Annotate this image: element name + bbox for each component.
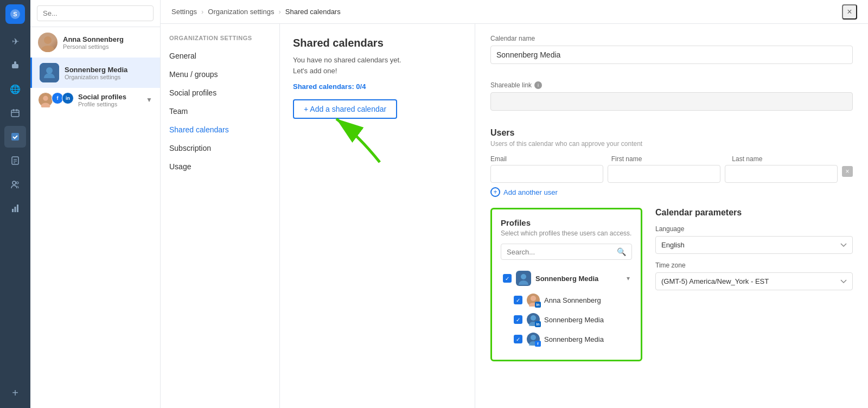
- profile-item-anna: ✓ in Anna Sonnenberg: [501, 290, 632, 310]
- svg-rect-4: [11, 110, 19, 117]
- bottom-section: Profiles Select which profiles these use…: [490, 208, 853, 372]
- avatar-anna: [38, 33, 58, 52]
- svg-point-25: [521, 274, 526, 279]
- add-user-icon: +: [490, 187, 500, 197]
- svg-point-23: [41, 103, 50, 107]
- svg-point-29: [531, 335, 536, 340]
- main-content: Settings › Organization settings › Share…: [161, 0, 868, 408]
- users-title: Users: [490, 128, 853, 138]
- breadcrumb-sep-1: ›: [201, 8, 203, 16]
- calendar-name-label: Calendar name: [490, 35, 853, 42]
- profiles-search: 🔍: [501, 244, 632, 260]
- globe-icon[interactable]: 🌐: [4, 78, 26, 100]
- last-name-label: Last name: [732, 155, 848, 163]
- svg-point-18: [44, 36, 52, 44]
- svg-point-14: [16, 182, 18, 184]
- profile-name-sm-fb: Sonnenberg Media: [544, 335, 630, 343]
- profile-checkbox-sm-li[interactable]: ✓: [514, 315, 522, 324]
- sidebar-item-team[interactable]: Team: [161, 102, 279, 120]
- calendar-name-input[interactable]: [490, 46, 853, 64]
- left-nav-search: [30, 0, 160, 27]
- profile-avatar-sm-fb: f: [527, 333, 540, 346]
- avatar-sonnenberg: [40, 63, 59, 82]
- add-icon[interactable]: +: [4, 382, 26, 404]
- search-icon: 🔍: [617, 247, 626, 256]
- group-checkbox[interactable]: ✓: [503, 274, 512, 283]
- add-user-label: Add another user: [503, 188, 558, 196]
- right-form-inner: Calendar name Shareable link i Users Use…: [490, 35, 853, 372]
- profile-badge-sm-fb: f: [535, 341, 541, 347]
- svg-point-26: [531, 296, 536, 301]
- profiles-search-input[interactable]: [507, 248, 614, 256]
- sidebar-item-general[interactable]: General: [161, 47, 279, 65]
- profile-name-anna: Anna Sonnenberg: [544, 296, 630, 304]
- profile-name-sm-li: Sonnenberg Media: [544, 316, 630, 324]
- group-chevron: ▾: [627, 275, 630, 282]
- users-desc: Users of this calendar who can approve y…: [490, 140, 853, 148]
- cal-params-col: Calendar parameters Language English Fre…: [655, 208, 853, 298]
- team-icon[interactable]: [4, 174, 26, 195]
- account-item-anna[interactable]: Anna Sonnenberg Personal settings: [30, 27, 160, 58]
- shareable-link-input[interactable]: [490, 92, 853, 111]
- first-name-input[interactable]: [608, 165, 720, 183]
- sidebar-item-shared-calendars[interactable]: Shared calendars: [161, 120, 279, 139]
- sidebar-icons: S ✈ 🌐: [0, 0, 30, 408]
- profile-checkbox-anna[interactable]: ✓: [514, 296, 522, 304]
- first-name-label: First name: [611, 155, 728, 163]
- notification-icon[interactable]: [4, 54, 26, 76]
- svg-rect-9: [12, 157, 18, 164]
- social-profiles-labels: Social profiles Profile settings: [78, 93, 142, 107]
- svg-rect-8: [11, 133, 19, 141]
- report-icon[interactable]: [4, 150, 26, 171]
- logo-icon[interactable]: S: [5, 4, 25, 24]
- email-input[interactable]: [490, 165, 603, 183]
- user-fields-row: ×: [490, 165, 853, 183]
- sidebar-item-menu-groups[interactable]: Menu / groups: [161, 65, 279, 84]
- profiles-title: Profiles: [501, 218, 632, 227]
- profile-group-header[interactable]: ✓ Sonnenberg Media ▾: [501, 266, 632, 290]
- calendar-name-group: Calendar name: [490, 35, 853, 73]
- search-input[interactable]: [37, 5, 154, 21]
- sidebar-item-usage[interactable]: Usage: [161, 157, 279, 176]
- svg-rect-3: [14, 61, 16, 65]
- shared-calendars-desc: You have no shared calendars yet. Let's …: [293, 55, 462, 76]
- svg-point-21: [46, 67, 53, 74]
- profile-item-sm-li: ✓ in Sonnenberg Media: [501, 310, 632, 329]
- profile-checkbox-sm-fb[interactable]: ✓: [514, 335, 522, 343]
- profile-avatar-sm-li: in: [527, 313, 540, 326]
- info-icon[interactable]: i: [534, 81, 542, 89]
- group-avatar: [516, 271, 531, 286]
- add-user-link[interactable]: + Add another user: [490, 187, 853, 197]
- sp-avatar-anna: [38, 92, 53, 107]
- timezone-select[interactable]: (GMT-5) America/New_York - EST (GMT+0) U…: [655, 272, 853, 290]
- svg-text:S: S: [13, 11, 17, 17]
- social-profiles-avatars: f in: [38, 92, 74, 107]
- profiles-section: Profiles Select which profiles these use…: [490, 208, 642, 361]
- send-icon[interactable]: ✈: [4, 30, 26, 52]
- remove-user-button[interactable]: ×: [842, 166, 853, 177]
- svg-rect-2: [12, 64, 18, 68]
- last-name-input[interactable]: [725, 165, 838, 183]
- account-item-sonnenberg[interactable]: Sonnenberg Media Organization settings: [30, 58, 160, 88]
- profile-group-sonnenberg: ✓ Sonnenberg Media ▾: [501, 266, 632, 349]
- checklist-icon[interactable]: [4, 126, 26, 148]
- sidebar-item-subscription[interactable]: Subscription: [161, 139, 279, 157]
- svg-point-13: [12, 181, 16, 184]
- sp-avatar-linkedin: in: [62, 92, 74, 104]
- account-sub-anna: Personal settings: [63, 43, 152, 50]
- social-profiles-item[interactable]: f in Social profiles Profile settings ▼: [30, 88, 160, 112]
- svg-rect-17: [17, 205, 18, 212]
- breadcrumb-sep-2: ›: [278, 8, 280, 16]
- close-button[interactable]: ×: [842, 4, 857, 20]
- social-profiles-sub: Profile settings: [78, 101, 142, 107]
- timezone-label: Time zone: [655, 262, 853, 269]
- language-select[interactable]: English French Spanish: [655, 236, 853, 254]
- calendar-icon[interactable]: [4, 102, 26, 124]
- desc-line1: You have no shared calendars yet.: [293, 56, 401, 64]
- sidebar-item-social-profiles[interactable]: Social profiles: [161, 84, 279, 102]
- language-label: Language: [655, 225, 853, 233]
- svg-point-22: [43, 96, 48, 101]
- chart-icon[interactable]: [4, 197, 26, 219]
- profiles-col: Profiles Select which profiles these use…: [490, 208, 642, 372]
- shareable-link-label: Shareable link i: [490, 81, 853, 89]
